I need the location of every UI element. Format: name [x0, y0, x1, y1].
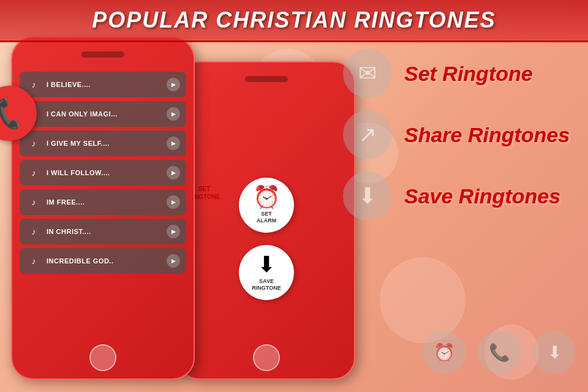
play-button[interactable]: ▶	[167, 137, 180, 150]
song-item[interactable]: ♪I BELIEVE....▶	[20, 72, 186, 97]
share-icon-circle: ↗	[343, 110, 392, 159]
play-button[interactable]: ▶	[167, 78, 180, 91]
music-note-icon: ♪	[26, 77, 42, 92]
share-icon: ↗	[358, 122, 377, 148]
save-ringtone-label: SAVERINGTONE	[252, 278, 281, 292]
info-row-share: ↗ Share Ringtones	[343, 110, 576, 159]
play-button[interactable]: ▶	[167, 107, 180, 121]
info-row-set-ringtone: ✉ Set Ringtone	[343, 49, 576, 98]
song-item[interactable]: ♪I WILL FOLLOW....▶	[20, 160, 186, 186]
info-row-save: ⬇ Save Ringtones	[343, 172, 576, 221]
song-name: I CAN ONLY IMAGI...	[47, 110, 162, 118]
song-list: ♪I BELIEVE....▶♪I CAN ONLY IMAGI...▶♪I G…	[20, 72, 186, 274]
bottom-alarm-icon: ⏰	[423, 331, 466, 374]
song-item[interactable]: ♪INCREDIBLE GOD..▶	[20, 248, 186, 274]
play-button[interactable]: ▶	[167, 254, 180, 268]
set-alarm-button[interactable]: ⏰ SETALARM	[239, 178, 294, 233]
music-note-icon: ♪	[26, 224, 42, 239]
messenger-icon: ✉	[358, 61, 377, 86]
bottom-download-icon: ⬇	[533, 331, 576, 374]
song-name: INCREDIBLE GOD..	[47, 257, 162, 265]
song-item[interactable]: ♪I CAN ONLY IMAGI...▶	[20, 101, 186, 127]
play-button[interactable]: ▶	[167, 195, 180, 209]
song-item[interactable]: ♪I GIVE MY SELF....▶	[20, 130, 186, 156]
song-name: IM FREE....	[47, 198, 162, 206]
save-ringtones-info: Save Ringtones	[404, 184, 560, 208]
music-note-icon: ♪	[26, 253, 42, 269]
header: POPULAR CHRISTIAN RINGTONES	[0, 0, 588, 42]
alarm-icon: ⏰	[253, 186, 281, 208]
music-note-icon: ♪	[26, 135, 42, 151]
song-name: I GIVE MY SELF....	[47, 140, 162, 147]
download-icon-circle-right: ⬇	[343, 172, 392, 221]
play-button[interactable]: ▶	[167, 225, 180, 238]
bottom-phone-icon: 📞	[478, 331, 521, 374]
set-ringtone-info: Set Ringtone	[404, 62, 533, 86]
song-item[interactable]: ♪IM FREE....▶	[20, 189, 186, 215]
phone-left-speaker	[81, 51, 124, 58]
share-ringtones-info: Share Ringtones	[404, 123, 570, 147]
phone-right-actions: ⏰ SETALARM ⬇ SAVERINGTONE	[179, 99, 354, 342]
save-icon: ⬇	[358, 183, 377, 209]
save-ringtone-button[interactable]: ⬇ SAVERINGTONE	[239, 245, 294, 300]
phone-left-home-button[interactable]	[89, 344, 116, 371]
info-panel: ✉ Set Ringtone ↗ Share Ringtones ⬇ Save …	[343, 49, 576, 221]
download-icon: ⬇	[257, 254, 276, 276]
phone-right: SETRINGTONE ⏰ SETALARM ⬇ SAVERINGTONE	[178, 61, 355, 380]
set-alarm-label: SETALARM	[257, 211, 277, 224]
song-name: I WILL FOLLOW....	[47, 169, 162, 176]
music-note-icon: ♪	[26, 165, 42, 181]
messenger-icon-circle: ✉	[343, 49, 392, 98]
phone-right-home-button[interactable]	[253, 344, 280, 371]
bottom-icons-row: ⏰ 📞 ⬇	[423, 331, 576, 374]
phone-left: ♪I BELIEVE....▶♪I CAN ONLY IMAGI...▶♪I G…	[11, 37, 195, 380]
play-button[interactable]: ▶	[167, 166, 180, 179]
page-title: POPULAR CHRISTIAN RINGTONES	[0, 7, 588, 33]
song-name: I BELIEVE....	[47, 81, 162, 88]
music-note-icon: ♪	[26, 194, 42, 210]
phone-icon: 📞	[0, 94, 29, 132]
song-item[interactable]: ♪IN CHRIST....▶	[20, 219, 186, 244]
phone-right-speaker	[245, 76, 288, 82]
song-name: IN CHRIST....	[47, 228, 162, 235]
